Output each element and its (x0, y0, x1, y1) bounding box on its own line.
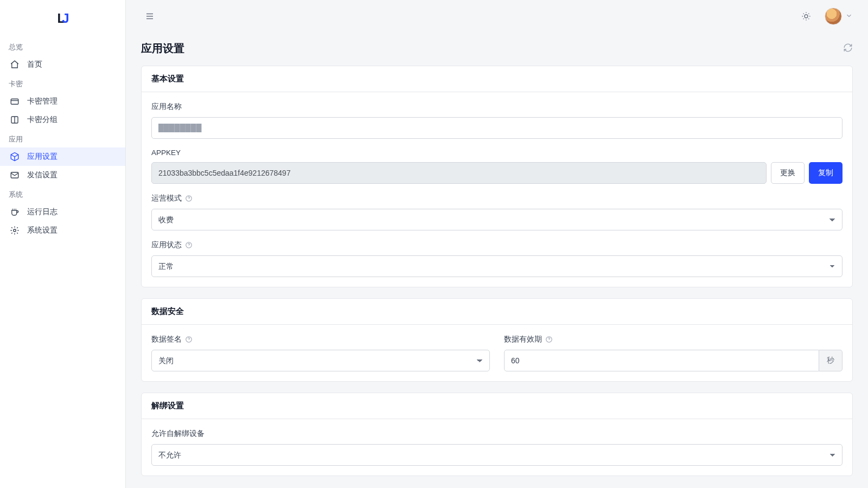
nav-section-system: 系统 (0, 184, 125, 203)
cup-icon (10, 207, 20, 217)
app-name-input[interactable] (151, 117, 843, 139)
nav-label: 首页 (27, 60, 42, 69)
menu-toggle-button[interactable] (141, 8, 158, 25)
card-icon (10, 97, 20, 106)
sun-icon (801, 11, 811, 21)
topbar (126, 0, 868, 33)
nav-item-card-manage[interactable]: 卡密管理 (0, 92, 125, 111)
card-security: 数据安全 数据签名 关闭 (141, 298, 853, 382)
refresh-icon (843, 43, 853, 53)
card-title-security: 数据安全 (142, 299, 852, 325)
help-icon[interactable] (185, 336, 193, 343)
card-unbind: 解绑设置 允许自解绑设备 不允许 (141, 393, 853, 476)
label-status: 应用状态 (151, 240, 182, 250)
user-menu[interactable] (825, 8, 853, 25)
sign-select[interactable]: 关闭 (151, 350, 490, 371)
nav-item-mail-settings[interactable]: 发信设置 (0, 166, 125, 184)
content: 应用设置 基本设置 应用名称 APPKEY 更换 复制 (126, 33, 868, 488)
label-appkey: APPKEY (151, 149, 843, 157)
nav-label: 系统设置 (27, 226, 58, 235)
theme-toggle-button[interactable] (797, 8, 815, 25)
cube-icon (10, 152, 20, 162)
chevron-down-icon (845, 12, 853, 21)
card-title-basic: 基本设置 (142, 66, 852, 92)
svg-point-3 (14, 229, 16, 232)
nav-item-system-settings[interactable]: 系统设置 (0, 221, 125, 240)
sidebar: LJ 总览 首页 卡密 卡密管理 卡密分组 应用 应用设置 发信设置 系统 运行… (0, 0, 126, 488)
menu-icon (145, 11, 155, 21)
page-title: 应用设置 (141, 41, 184, 56)
nav-item-card-group[interactable]: 卡密分组 (0, 111, 125, 129)
nav-section-overview: 总览 (0, 37, 125, 55)
nav-label: 卡密管理 (27, 97, 58, 106)
nav-label: 运行日志 (27, 207, 58, 217)
appkey-input[interactable] (151, 162, 767, 184)
home-icon (10, 60, 20, 69)
refresh-button[interactable] (843, 43, 853, 54)
status-select[interactable]: 正常 (151, 255, 843, 277)
nav-section-card: 卡密 (0, 74, 125, 92)
nav-item-app-settings[interactable]: 应用设置 (0, 147, 125, 166)
card-title-unbind: 解绑设置 (142, 393, 852, 419)
self-unbind-select[interactable]: 不允许 (151, 444, 843, 466)
svg-rect-0 (11, 99, 18, 105)
nav-label: 发信设置 (27, 170, 58, 180)
help-icon[interactable] (545, 336, 553, 343)
nav-item-logs[interactable]: 运行日志 (0, 203, 125, 221)
nav-label: 卡密分组 (27, 115, 58, 125)
avatar (825, 8, 842, 25)
gear-icon (10, 226, 20, 235)
help-icon[interactable] (185, 195, 193, 202)
label-sign: 数据签名 (151, 335, 182, 344)
nav-section-app: 应用 (0, 129, 125, 147)
expiry-input[interactable] (504, 350, 819, 371)
columns-icon (10, 115, 20, 125)
replace-button[interactable]: 更换 (771, 162, 805, 184)
mail-icon (10, 170, 20, 180)
label-expiry: 数据有效期 (504, 335, 542, 344)
card-basic: 基本设置 应用名称 APPKEY 更换 复制 运营模式 (141, 66, 853, 287)
label-mode: 运营模式 (151, 194, 182, 203)
label-self-unbind: 允许自解绑设备 (151, 429, 843, 439)
nav-item-home[interactable]: 首页 (0, 55, 125, 74)
main: 应用设置 基本设置 应用名称 APPKEY 更换 复制 (126, 0, 868, 488)
svg-point-4 (805, 15, 808, 18)
label-app-name: 应用名称 (151, 102, 843, 112)
logo[interactable]: LJ (0, 0, 125, 37)
logo-mark: LJ (57, 11, 68, 26)
help-icon[interactable] (185, 241, 193, 249)
copy-button[interactable]: 复制 (809, 162, 843, 184)
nav-label: 应用设置 (27, 152, 58, 162)
page-header: 应用设置 (141, 33, 853, 66)
mode-select[interactable]: 收费 (151, 209, 843, 230)
expiry-unit: 秒 (819, 350, 843, 371)
